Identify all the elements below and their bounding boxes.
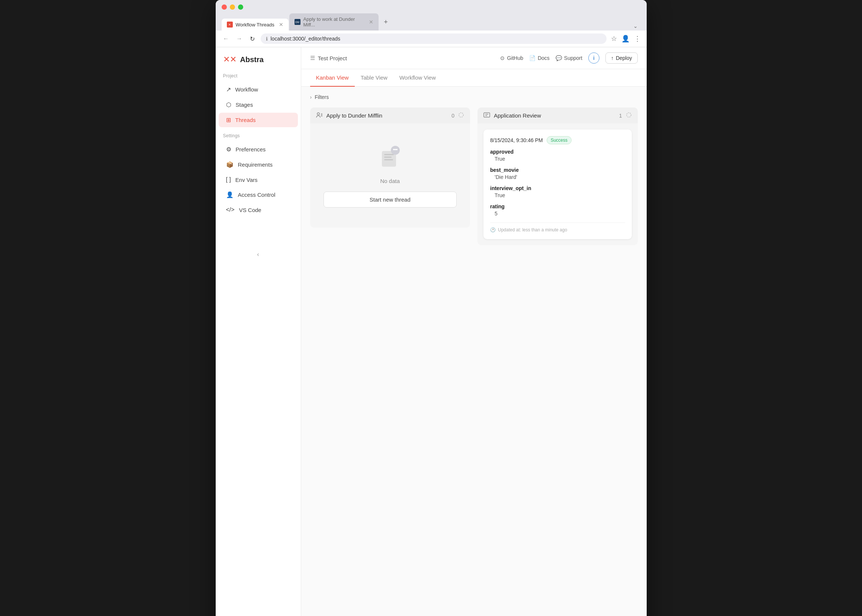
project-icon: ☰ bbox=[310, 55, 315, 61]
threads-icon: ⊞ bbox=[226, 116, 231, 124]
filters-label: Filters bbox=[315, 94, 329, 100]
close-traffic-light[interactable] bbox=[221, 5, 227, 9]
column-people-icon bbox=[316, 112, 323, 119]
kanban-board: Apply to Dunder Mifflin 0 bbox=[310, 107, 638, 245]
field-best-movie: best_movie 'Die Hard' bbox=[490, 167, 625, 180]
sidebar-item-label: VS Code bbox=[239, 207, 261, 213]
sidebar-item-preferences[interactable]: ⚙ Preferences bbox=[219, 142, 298, 157]
github-icon: ⊙ bbox=[500, 55, 505, 61]
field-value: True bbox=[490, 156, 625, 162]
no-data-text: No data bbox=[380, 178, 400, 184]
sidebar-item-vs-code[interactable]: </> VS Code bbox=[219, 203, 298, 217]
profile-icon[interactable]: 👤 bbox=[622, 35, 630, 43]
reload-button[interactable]: ↻ bbox=[248, 34, 256, 44]
svg-point-0 bbox=[317, 113, 319, 115]
sidebar-item-requirements[interactable]: 📦 Requirements bbox=[219, 157, 298, 172]
address-bar[interactable]: ℹ localhost:3000/_editor/threads bbox=[261, 33, 606, 44]
dunder-favicon: DM bbox=[295, 19, 300, 25]
column-settings-icon[interactable] bbox=[626, 112, 632, 119]
field-name: interview_opt_in bbox=[490, 185, 625, 191]
tab-dunder-mifflin[interactable]: DM Apply to work at Dunder Miff... ✕ bbox=[289, 13, 378, 30]
project-breadcrumb: ☰ Test Project bbox=[310, 55, 347, 61]
lock-icon: ℹ bbox=[266, 36, 268, 42]
sidebar-collapse-button[interactable]: ‹ bbox=[221, 247, 295, 262]
github-link[interactable]: ⊙ GitHub bbox=[500, 55, 523, 61]
sidebar-item-workflow[interactable]: ↗ Workflow bbox=[219, 82, 298, 97]
forward-button[interactable]: → bbox=[235, 34, 244, 44]
column-settings-icon[interactable] bbox=[458, 112, 464, 119]
top-bar-actions: ⊙ GitHub 📄 Docs 💬 Support i ↑ Deploy bbox=[500, 52, 637, 64]
new-tab-button[interactable]: + bbox=[381, 17, 391, 27]
app-body: ✕✕ Abstra Project ↗ Workflow ⬡ Stages ⊞ … bbox=[216, 47, 647, 616]
view-tabs: Kanban View Table View Workflow View bbox=[301, 69, 647, 86]
start-thread-button[interactable]: Start new thread bbox=[323, 192, 457, 207]
tab-workflow-view[interactable]: Workflow View bbox=[393, 69, 442, 86]
svg-point-4 bbox=[459, 113, 463, 117]
browser-tabs: ✕ Workflow Threads ✕ DM Apply to work at… bbox=[221, 13, 641, 30]
sidebar-item-label: Access Control bbox=[238, 192, 276, 198]
deploy-button[interactable]: ↑ Deploy bbox=[605, 52, 638, 64]
tab-label: Workflow Threads bbox=[236, 22, 275, 28]
logo-icon: ✕✕ bbox=[223, 55, 237, 64]
deploy-icon: ↑ bbox=[611, 55, 614, 61]
project-label: Test Project bbox=[318, 55, 347, 61]
deploy-label: Deploy bbox=[616, 55, 632, 61]
timestamp-text: 8/15/2024, 9:30:46 PM bbox=[490, 137, 543, 143]
status-badge: Success bbox=[546, 136, 572, 145]
sidebar-item-env-vars[interactable]: [ ] Env Vars bbox=[219, 173, 298, 187]
sidebar-item-threads[interactable]: ⊞ Threads bbox=[219, 113, 298, 127]
url-text: localhost:3000/_editor/threads bbox=[271, 36, 601, 42]
sidebar-item-stages[interactable]: ⬡ Stages bbox=[219, 97, 298, 112]
main-content: ☰ Test Project ⊙ GitHub 📄 Docs 💬 Support bbox=[301, 47, 647, 616]
filters-row[interactable]: › Filters bbox=[310, 94, 638, 100]
sidebar-item-access-control[interactable]: 👤 Access Control bbox=[219, 187, 298, 202]
support-label: Support bbox=[564, 55, 583, 61]
svg-point-16 bbox=[626, 113, 631, 117]
project-section-label: Project bbox=[216, 73, 301, 82]
data-card: 8/15/2024, 9:30:46 PM Success approved T… bbox=[484, 129, 632, 239]
info-button[interactable]: i bbox=[588, 52, 600, 64]
field-value: 'Die Hard' bbox=[490, 174, 625, 180]
back-button[interactable]: ← bbox=[221, 34, 231, 44]
tab-kanban-view[interactable]: Kanban View bbox=[310, 69, 355, 86]
tab-table-view[interactable]: Table View bbox=[355, 69, 393, 86]
column-title: Apply to Dunder Mifflin bbox=[327, 112, 448, 119]
sidebar-item-label: Stages bbox=[236, 102, 253, 108]
minimize-traffic-light[interactable] bbox=[230, 5, 235, 9]
field-interview-opt-in: interview_opt_in True bbox=[490, 185, 625, 198]
svg-rect-7 bbox=[384, 157, 392, 158]
support-link[interactable]: 💬 Support bbox=[556, 55, 583, 61]
tabs-chevron[interactable]: ⌄ bbox=[630, 22, 641, 30]
tab-workflow-threads[interactable]: ✕ Workflow Threads ✕ bbox=[221, 19, 289, 30]
tab-close-button[interactable]: ✕ bbox=[369, 19, 374, 25]
sidebar-item-label: Env Vars bbox=[236, 177, 258, 183]
docs-link[interactable]: 📄 Docs bbox=[529, 55, 550, 61]
requirements-icon: 📦 bbox=[226, 161, 234, 168]
svg-point-11 bbox=[394, 149, 396, 150]
tab-close-button[interactable]: ✕ bbox=[279, 22, 283, 28]
field-value: True bbox=[490, 192, 625, 198]
column-count: 0 bbox=[451, 113, 454, 119]
column-title: Application Review bbox=[494, 112, 615, 119]
field-name: approved bbox=[490, 149, 625, 155]
svg-point-10 bbox=[393, 149, 394, 150]
no-data-icon bbox=[375, 141, 405, 172]
field-name: best_movie bbox=[490, 167, 625, 173]
browser-toolbar: ← → ↻ ℹ localhost:3000/_editor/threads ☆… bbox=[216, 30, 647, 47]
column-apply-to-dunder: Apply to Dunder Mifflin 0 bbox=[310, 107, 470, 245]
toolbar-icons: ☆ 👤 ⋮ bbox=[611, 35, 641, 43]
maximize-traffic-light[interactable] bbox=[238, 5, 243, 9]
column-header-application-review: Application Review 1 bbox=[477, 107, 638, 124]
updated-at-text: Updated at: less than a minute ago bbox=[498, 227, 567, 233]
column-count: 1 bbox=[619, 113, 622, 119]
column-header-apply-to-dunder: Apply to Dunder Mifflin 0 bbox=[310, 107, 470, 124]
docs-label: Docs bbox=[538, 55, 550, 61]
bookmark-icon[interactable]: ☆ bbox=[611, 35, 617, 43]
more-options-icon[interactable]: ⋮ bbox=[634, 35, 641, 43]
traffic-lights bbox=[221, 5, 641, 9]
svg-rect-8 bbox=[384, 159, 393, 160]
updated-at: 🕐 Updated at: less than a minute ago bbox=[490, 222, 625, 233]
logo: ✕✕ Abstra bbox=[216, 55, 301, 73]
sidebar-item-label: Requirements bbox=[238, 162, 273, 168]
content-area: › Filters bbox=[301, 86, 647, 616]
